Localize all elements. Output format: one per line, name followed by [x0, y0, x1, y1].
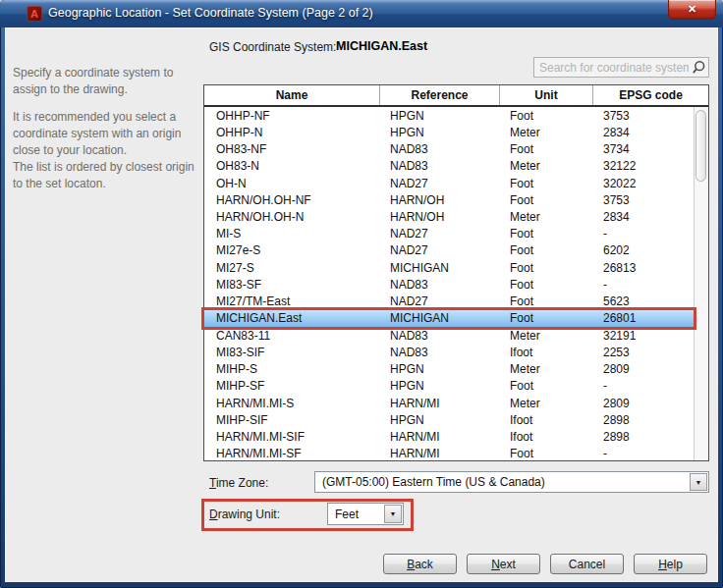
table-row[interactable]: MI27/TM-EastNAD27Foot5623 [204, 294, 694, 310]
table-row[interactable]: HARN/OH.OH-NHARN/OHMeter2834 [204, 208, 694, 225]
column-header-name[interactable]: Name [204, 85, 380, 105]
time-zone-dropdown[interactable]: (GMT-05:00) Eastern Time (US & Canada) ▼ [314, 471, 709, 493]
table-row[interactable]: MI-SNAD27Foot- [204, 226, 694, 242]
table-row[interactable]: MI83-SIFNAD83Ifoot2253 [204, 344, 694, 360]
help-button[interactable]: Help [634, 554, 707, 574]
table-row[interactable]: MIHP-SIFHPGNIfoot2898 [204, 411, 694, 428]
title-bar[interactable]: A Geographic Location - Set Coordinate S… [0, 0, 723, 27]
table-cell: MIHP-SIF [204, 413, 380, 427]
table-cell: Meter [500, 210, 593, 224]
table-cell: 6202 [593, 243, 694, 257]
table-cell: 2809 [593, 362, 694, 376]
table-cell: HARN/OH [380, 210, 500, 224]
table-cell: NAD27 [380, 227, 500, 241]
table-cell: Foot [500, 109, 593, 123]
table-cell: Foot [500, 142, 593, 156]
table-cell: Ifoot [500, 430, 593, 444]
table-cell: HARN/MI [380, 397, 500, 410]
table-cell: MIHP-S [204, 362, 380, 376]
table-cell: 2898 [593, 430, 694, 444]
table-cell: 3734 [593, 142, 694, 156]
table-row[interactable]: HARN/MI.MI-SFHARN/MIFoot- [204, 446, 694, 462]
table-cell: Foot [500, 177, 593, 190]
table-cell: Foot [500, 311, 593, 325]
table-row[interactable]: MI27-SMICHIGANFoot26813 [204, 259, 694, 276]
table-row[interactable]: HARN/MI.MI-SIFHARN/MIIfoot2898 [204, 428, 694, 445]
table-cell: HPGN [380, 413, 500, 427]
table-cell: - [593, 278, 694, 292]
instruction-paragraph: The list is ordered by closest origin to… [13, 159, 205, 192]
table-cell: OHHP-NF [204, 109, 380, 123]
table-cell: Foot [500, 278, 593, 292]
drawing-unit-label: Drawing Unit: [209, 508, 280, 521]
time-zone-value: (GMT-05:00) Eastern Time (US & Canada) [322, 475, 545, 489]
table-cell: NAD83 [380, 159, 500, 173]
table-cell: OH83-NF [204, 142, 380, 156]
table-cell: NAD83 [380, 278, 500, 292]
table-cell: MICHIGAN.East [204, 311, 380, 325]
table-cell: 2253 [593, 346, 694, 359]
table-cell: MICHIGAN [380, 261, 500, 275]
table-cell: MI83-SF [204, 278, 380, 292]
close-button[interactable]: ✕ [668, 0, 716, 20]
table-cell: HPGN [380, 362, 500, 376]
table-cell: 5623 [593, 294, 694, 308]
drawing-unit-dropdown[interactable]: Feet ▼ [327, 503, 404, 525]
table-cell: MIHP-SF [204, 379, 380, 393]
table-cell: HARN/OH [380, 193, 500, 207]
cancel-button[interactable]: Cancel [550, 554, 624, 574]
scrollbar-thumb[interactable] [695, 110, 706, 182]
table-cell: MI27-S [204, 261, 380, 275]
table-row[interactable]: CAN83-11NAD83Meter32191 [204, 327, 694, 344]
table-row[interactable]: MIHP-SFHPGNFoot- [204, 378, 694, 395]
table-cell: HARN/MI [380, 430, 500, 444]
drawing-unit-dropdown-button[interactable]: ▼ [384, 505, 402, 523]
table-cell: OHHP-N [204, 126, 380, 139]
table-cell: OH-N [204, 177, 380, 190]
table-row[interactable]: MI27e-SNAD27Foot6202 [204, 242, 694, 259]
column-header-epsg-code[interactable]: EPSG code [593, 85, 708, 105]
table-row[interactable]: OH83-NFNAD83Foot3734 [204, 140, 694, 157]
table-row[interactable]: HARN/OH.OH-NFHARN/OHFoot3753 [204, 191, 694, 208]
table-cell: 26813 [593, 261, 694, 275]
table-header: Name Reference Unit EPSG code [204, 85, 708, 107]
table-cell: Meter [500, 362, 593, 376]
table-cell: NAD83 [380, 346, 500, 359]
gis-coordinate-system-value: MICHIGAN.East [336, 39, 427, 53]
time-zone-label: Time Zone: [209, 476, 268, 490]
table-cell: Meter [500, 397, 593, 410]
table-cell: MICHIGAN [380, 311, 500, 325]
table-cell: Foot [500, 193, 593, 207]
table-cell: HARN/OH.OH-NF [204, 193, 380, 207]
table-cell: 32191 [593, 329, 694, 343]
instruction-panel: Specify a coordinate system to assign to… [13, 65, 205, 192]
table-row[interactable]: HARN/MI.MI-SHARN/MIMeter2809 [204, 395, 694, 411]
table-row[interactable]: MIHP-SHPGNMeter2809 [204, 361, 694, 378]
table-cell: NAD83 [380, 142, 500, 156]
table-row[interactable]: OHHP-NHPGNMeter2834 [204, 124, 694, 140]
table-row-selected[interactable]: MICHIGAN.EastMICHIGANFoot26801 [204, 310, 694, 327]
table-scrollbar[interactable] [694, 107, 708, 460]
table-cell: 2809 [593, 397, 694, 410]
table-row[interactable]: OHHP-NFHPGNFoot3753 [204, 107, 694, 124]
back-button[interactable]: Back [383, 554, 457, 574]
column-header-reference[interactable]: Reference [380, 85, 500, 105]
column-header-unit[interactable]: Unit [500, 85, 593, 105]
table-cell: CAN83-11 [204, 329, 380, 343]
search-icon[interactable] [692, 60, 706, 75]
coordinate-system-table: Name Reference Unit EPSG code OHHP-NFHPG… [203, 84, 709, 461]
table-cell: 32022 [593, 177, 694, 190]
table-cell: HPGN [380, 379, 500, 393]
table-row[interactable]: OH83-NNAD83Meter32122 [204, 158, 694, 175]
next-button[interactable]: Next [467, 554, 540, 574]
table-cell: HARN/OH.OH-N [204, 210, 380, 224]
search-input[interactable] [533, 57, 709, 78]
window-title: Geographic Location - Set Coordinate Sys… [48, 6, 373, 20]
table-cell: 3753 [593, 109, 694, 123]
table-cell: HARN/MI [380, 447, 500, 460]
time-zone-dropdown-button[interactable]: ▼ [690, 473, 707, 491]
autocad-icon: A [27, 6, 42, 22]
table-row[interactable]: OH-NNAD27Foot32022 [204, 175, 694, 191]
table-cell: HPGN [380, 126, 500, 139]
table-row[interactable]: MI83-SFNAD83Foot- [204, 276, 694, 293]
